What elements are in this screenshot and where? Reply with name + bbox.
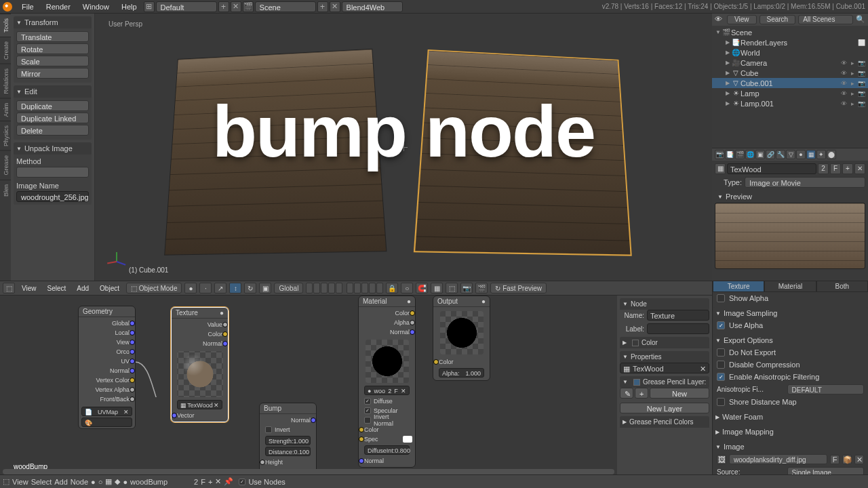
mat-datablock[interactable]: ●woo2F✕ bbox=[364, 386, 410, 395]
mirror-button[interactable]: Mirror bbox=[16, 68, 89, 79]
tab-tools[interactable]: Tools bbox=[0, 14, 11, 37]
preview-header[interactable]: ▼Preview bbox=[715, 190, 865, 203]
outliner-item-lamp[interactable]: ▶☀Lamp👁▸📷 bbox=[712, 88, 868, 98]
use-nodes-toggle[interactable]: Use Nodes bbox=[236, 477, 288, 487]
node-name-field[interactable]: Texture bbox=[647, 310, 709, 321]
disable-compression-row[interactable]: Disable Compression bbox=[713, 359, 868, 371]
search-icon[interactable]: 🔍 bbox=[856, 15, 865, 24]
tab-anim[interactable]: Anim bbox=[0, 98, 11, 121]
ptab-data[interactable]: ▽ bbox=[786, 150, 795, 159]
proportional-edit[interactable]: ○ bbox=[401, 283, 413, 293]
shading-selector[interactable]: ● bbox=[184, 283, 197, 293]
node-geometry[interactable]: Geometry GlobalLocalViewOrcoUVNormalVert… bbox=[78, 306, 136, 429]
texture-add[interactable]: + bbox=[842, 163, 853, 174]
duplicate-linked-button[interactable]: Duplicate Linked bbox=[16, 113, 89, 123]
outliner-item-cube[interactable]: ▶▽Cube👁▸📷 bbox=[712, 68, 868, 78]
method-selector[interactable] bbox=[16, 167, 89, 178]
scene-browse-icon[interactable]: 🎬 bbox=[243, 1, 254, 12]
ne-add[interactable]: Add bbox=[54, 478, 68, 486]
gp-colors-header[interactable]: ▶Grease Pencil Colors bbox=[620, 416, 709, 428]
image-sampling-header[interactable]: ▼Image Sampling bbox=[713, 307, 868, 319]
image-pack[interactable]: 📦 bbox=[842, 455, 852, 464]
aniso-select[interactable]: DEFAULT bbox=[787, 384, 865, 394]
opengl-render[interactable]: 📷 bbox=[460, 283, 473, 293]
layers-widget[interactable] bbox=[306, 283, 383, 293]
node-tex-ref[interactable]: ▦TexWood✕ bbox=[620, 363, 709, 373]
gp-layers-header[interactable]: ▼Grease Pencil Layer: bbox=[620, 376, 709, 388]
outliner-type-icon[interactable]: 👁 bbox=[715, 15, 724, 24]
outliner-item-cube-001[interactable]: ▶▽Cube.001👁▸📷 bbox=[712, 78, 868, 88]
lock-camera[interactable]: 🔒 bbox=[386, 283, 398, 293]
texture-fake-user[interactable]: F bbox=[830, 163, 841, 174]
gp-pencil-icon[interactable]: ✎ bbox=[620, 388, 633, 399]
menu-file[interactable]: File bbox=[16, 1, 39, 12]
scale-button[interactable]: Scale bbox=[16, 56, 89, 66]
gp-new-layer-button[interactable]: New Layer bbox=[620, 403, 709, 413]
image-file-field[interactable]: woodplanksdirty_diff.jpg bbox=[729, 454, 827, 464]
ne-users[interactable]: 2 bbox=[194, 478, 198, 486]
vh-add[interactable]: Add bbox=[73, 283, 93, 293]
outliner-item-camera[interactable]: ▶🎥Camera👁▸📷 bbox=[712, 58, 868, 68]
outliner-filter[interactable]: All Scenes bbox=[798, 15, 853, 24]
menu-render[interactable]: Render bbox=[41, 1, 76, 12]
ne-remove-mat[interactable]: ✕ bbox=[215, 477, 221, 486]
gp-add-icon[interactable]: + bbox=[635, 388, 648, 399]
node-scrollbar[interactable] bbox=[3, 469, 614, 474]
image-unlink[interactable]: ✕ bbox=[854, 455, 864, 464]
manipulator-toggle[interactable]: ↗ bbox=[214, 283, 226, 293]
ptab-scene[interactable]: 🎬 bbox=[735, 150, 745, 159]
node-color-header[interactable]: ▶Color bbox=[620, 337, 709, 348]
outliner-item-scene[interactable]: ▼🎬Scene bbox=[712, 27, 868, 37]
ne-node[interactable]: Node bbox=[71, 478, 88, 486]
do-not-export-row[interactable]: Do Not Export bbox=[713, 346, 868, 359]
node-label-field[interactable] bbox=[647, 323, 709, 334]
image-browse-icon[interactable]: 🖼 bbox=[717, 455, 726, 464]
render-engine-selector[interactable]: Blend4Web bbox=[342, 1, 403, 12]
tex-datablock[interactable]: ▦TexWood✕ bbox=[177, 400, 222, 409]
ptab-texture[interactable]: ▦ bbox=[806, 150, 816, 159]
ne-mat-browse[interactable]: ● bbox=[123, 478, 127, 486]
unpack-image-header[interactable]: ▼Unpack Image bbox=[14, 142, 92, 155]
outliner-item-world[interactable]: ▶🌐World bbox=[712, 47, 868, 58]
opengl-anim[interactable]: 🎬 bbox=[475, 283, 488, 293]
ptab-constraints[interactable]: 🔗 bbox=[766, 150, 775, 159]
ptab-particles[interactable]: ✦ bbox=[816, 150, 826, 159]
tex-type-select[interactable]: Image or Movie bbox=[745, 177, 865, 188]
texture-remove[interactable]: ✕ bbox=[854, 163, 865, 174]
tab-grease[interactable]: Grease bbox=[0, 150, 11, 180]
menu-help[interactable]: Help bbox=[116, 1, 142, 12]
ne-pin[interactable]: 📌 bbox=[224, 477, 233, 486]
export-options-header[interactable]: ▼Export Options bbox=[713, 334, 868, 346]
render-border[interactable]: ⬚ bbox=[446, 283, 458, 293]
output-alpha[interactable]: Alpha:1.000 bbox=[439, 368, 484, 378]
image-fake-user[interactable]: F bbox=[830, 455, 840, 464]
3d-viewport[interactable]: User Persp bump node (1) Cube.001 bbox=[95, 14, 712, 281]
add-scene-button[interactable]: + bbox=[317, 1, 328, 12]
add-layout-button[interactable]: + bbox=[218, 1, 229, 12]
uvmap-field[interactable]: 📄UVMap✕ bbox=[81, 407, 132, 416]
image-name-field[interactable]: woodrought_256.jpg bbox=[16, 191, 89, 202]
outliner-view-menu[interactable]: View bbox=[727, 15, 757, 24]
ne-tree-comp[interactable]: ○ bbox=[98, 478, 103, 486]
layout-selector[interactable]: Default bbox=[156, 1, 217, 12]
ne-view[interactable]: View bbox=[12, 478, 28, 486]
node-properties-header[interactable]: ▼Properties bbox=[620, 351, 709, 363]
ptab-world[interactable]: 🌐 bbox=[745, 150, 755, 159]
scene-selector[interactable]: Scene bbox=[255, 1, 316, 12]
ptab-render[interactable]: 📷 bbox=[715, 150, 724, 159]
manip-rotate[interactable]: ↻ bbox=[244, 283, 256, 293]
node-panel-header[interactable]: ▼Node bbox=[620, 298, 709, 310]
bump-strength[interactable]: Strength:1.000 bbox=[265, 436, 311, 445]
layout-split-icon[interactable]: ⊞ bbox=[144, 1, 155, 12]
ne-tree-tex[interactable]: ▦ bbox=[105, 477, 112, 486]
fast-preview-button[interactable]: ↻ Fast Preview bbox=[490, 283, 547, 293]
ne-type-icon[interactable]: ⬚ bbox=[3, 477, 9, 486]
menu-window[interactable]: Window bbox=[77, 1, 115, 12]
shore-distance-row[interactable]: Shore Distance Map bbox=[713, 396, 868, 408]
ne-fake-user[interactable]: F bbox=[201, 478, 205, 486]
tab-blen[interactable]: Blen bbox=[0, 180, 11, 201]
transform-header[interactable]: ▼Transform bbox=[14, 16, 92, 28]
outliner-tree[interactable]: ▼🎬Scene▶📑RenderLayers⬜▶🌐World▶🎥Camera👁▸📷… bbox=[712, 26, 868, 148]
snap-toggle[interactable]: 🧲 bbox=[416, 283, 428, 293]
remove-scene-button[interactable]: ✕ bbox=[330, 1, 340, 12]
